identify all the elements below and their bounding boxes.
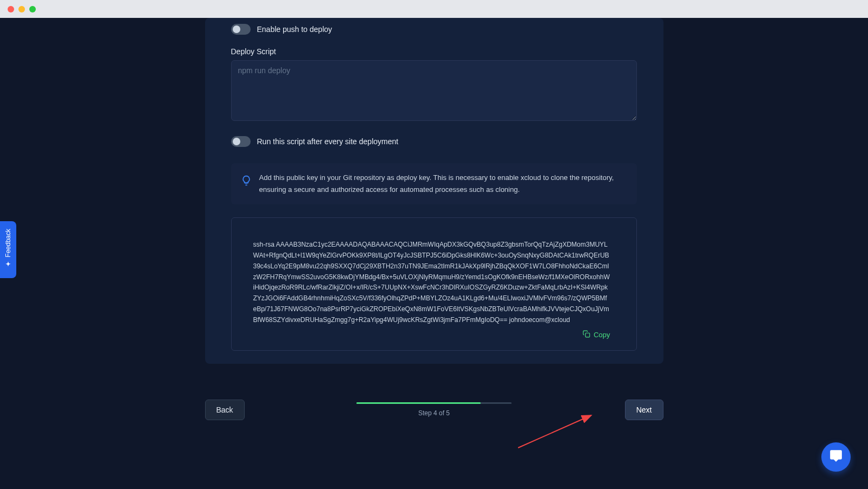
window-minimize-button[interactable] bbox=[18, 6, 25, 12]
back-button[interactable]: Back bbox=[205, 400, 245, 420]
window-maximize-button[interactable] bbox=[29, 6, 36, 12]
feedback-tab[interactable]: Feedback bbox=[0, 221, 16, 278]
chat-icon bbox=[829, 449, 843, 465]
progress-fill bbox=[356, 402, 481, 404]
deploy-settings-card: Enable push to deploy Deploy Script Run … bbox=[205, 18, 663, 364]
ssh-key-text: ssh-rsa AAAAB3NzaC1yc2EAAAADAQABAAACAQCi… bbox=[253, 240, 610, 325]
copy-button[interactable]: Copy bbox=[583, 330, 610, 339]
svg-line-2 bbox=[518, 415, 591, 448]
window-titlebar bbox=[0, 0, 868, 18]
copy-label: Copy bbox=[593, 331, 610, 339]
progress-bar bbox=[356, 402, 512, 404]
window-close-button[interactable] bbox=[8, 6, 14, 12]
run-after-deployment-toggle[interactable] bbox=[231, 136, 251, 147]
progress-step-label: Step 4 of 5 bbox=[418, 409, 450, 417]
feedback-label: Feedback bbox=[4, 229, 12, 258]
deploy-script-label: Deploy Script bbox=[231, 47, 663, 56]
enable-push-deploy-label: Enable push to deploy bbox=[257, 25, 333, 34]
wizard-footer: Back Step 4 of 5 Next bbox=[205, 400, 663, 420]
svg-rect-0 bbox=[585, 333, 590, 337]
sparkle-icon bbox=[4, 261, 12, 271]
lightbulb-icon bbox=[241, 175, 252, 186]
progress-container: Step 4 of 5 bbox=[356, 402, 512, 417]
info-text: Add this public key in your Git reposito… bbox=[259, 172, 627, 196]
next-button[interactable]: Next bbox=[625, 400, 663, 420]
run-after-deployment-label: Run this script after every site deploym… bbox=[257, 137, 399, 146]
info-box: Add this public key in your Git reposito… bbox=[231, 163, 637, 204]
deploy-script-textarea[interactable] bbox=[231, 60, 637, 121]
ssh-key-box: ssh-rsa AAAAB3NzaC1yc2EAAAADAQABAAACAQCi… bbox=[231, 217, 637, 350]
enable-push-deploy-toggle[interactable] bbox=[231, 24, 251, 35]
chat-bubble-button[interactable] bbox=[821, 442, 851, 472]
copy-icon bbox=[583, 330, 590, 339]
